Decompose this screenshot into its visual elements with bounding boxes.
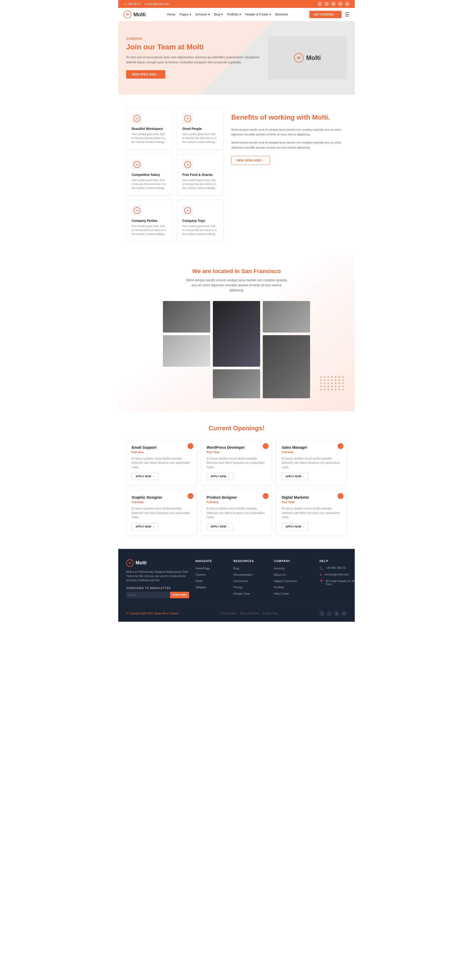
footer-bottom-link[interactable]: Terms of Service [240, 612, 259, 615]
opening-card: → Product designer Full-time Et harum qu… [201, 490, 272, 536]
footer-email-address: contact@molti.com [324, 573, 349, 576]
openings-grid: → Email Support Full-time Et harum quide… [126, 440, 347, 536]
footer-instagram-icon[interactable]: in [334, 611, 340, 616]
decoration-dot [324, 386, 325, 387]
footer-nav-link[interactable]: Careers [195, 573, 206, 576]
benefits-heading-rest: of working with Molti. [258, 113, 330, 121]
location-photo-6 [263, 335, 310, 398]
opening-title: Sales Manager [282, 445, 341, 450]
hamburger-icon[interactable]: ☰ [345, 11, 349, 18]
nav-blog[interactable]: Blog ▾ [214, 13, 222, 16]
twitter-icon[interactable]: t [324, 2, 329, 6]
opening-type: Full-time [282, 450, 341, 454]
decoration-dot [320, 382, 322, 384]
nav-pages[interactable]: Pages ▾ [179, 13, 191, 16]
decoration-dot [320, 376, 322, 378]
decoration-dot [338, 379, 340, 381]
facebook-icon[interactable]: f [317, 2, 322, 6]
apply-button[interactable]: APPLY NOW → [206, 473, 233, 480]
nav-elements[interactable]: Elements [275, 13, 288, 16]
footer-resource-link[interactable]: Community [233, 579, 248, 582]
footer-nav-link[interactable]: Affiliates [195, 586, 206, 589]
apply-button[interactable]: APPLY NOW → [132, 473, 159, 480]
logo-icon: M [124, 11, 132, 18]
footer-bottom-link[interactable]: Privacy Policy [220, 612, 236, 615]
footer-company-link[interactable]: About Us [274, 573, 286, 576]
email-icon: ✉ [319, 573, 322, 577]
benefit-card: M Great People Your content goes here. E… [177, 108, 223, 150]
view-jobs-button[interactable]: VIEW OPEN JOBS → [126, 70, 165, 79]
opening-card: → Sales Manager Full-time Et harum quide… [276, 440, 347, 486]
benefit-title: Competitive Salary [132, 173, 167, 177]
openings-title-plain: Current [209, 425, 233, 432]
decoration-dot [327, 376, 329, 378]
benefit-desc: Your content goes here. Edit or remove t… [183, 178, 218, 190]
nav-header-footer[interactable]: Header & Footer ▾ [245, 13, 271, 16]
nav-portfolio[interactable]: Portfolio ▾ [227, 13, 241, 16]
decoration-dot [331, 379, 333, 381]
benefit-card: M Beautiful Workspace Your content goes … [126, 108, 173, 150]
decoration-dot [335, 376, 336, 378]
footer-company-link[interactable]: Services [274, 567, 285, 570]
phone-icon: 📞 [319, 566, 324, 570]
location-icon: 📍 [319, 580, 324, 583]
footer-nav-link[interactable]: HomePage [195, 567, 210, 570]
decoration-dot [324, 376, 325, 378]
footer-logo: M Molti [126, 559, 189, 567]
decoration-dot [342, 386, 344, 387]
footer-bottom-links: Privacy PolicyTerms of ServiceCookie Pol… [220, 612, 278, 615]
footer-facebook-icon[interactable]: f [319, 611, 325, 616]
footer-company-links: ServicesAbout UsHappy CustomersPortfolio… [274, 566, 313, 596]
footer-company-link[interactable]: Portfolio [274, 586, 284, 589]
footer-twitter-icon[interactable]: t [326, 611, 332, 616]
benefit-desc: Your content goes here. Edit or remove t… [132, 132, 167, 144]
opening-type: Full-time [132, 450, 191, 454]
decoration-dot [331, 382, 333, 384]
footer-newsletter-input[interactable] [126, 592, 170, 598]
molti-mini-logo: M [133, 161, 140, 168]
youtube-icon[interactable]: yt [338, 2, 343, 6]
benefit-icon: M [132, 113, 142, 124]
location-description: Morbi tempus iaculis urna id volutpat la… [184, 278, 289, 293]
opening-arrow-icon: → [187, 493, 194, 499]
footer-phone-number: +49 892 358 75 [325, 566, 346, 570]
footer-resource-link[interactable]: Documentation [233, 573, 253, 576]
molti-mini-logo: M [184, 115, 191, 122]
footer-nav-link[interactable]: News [195, 579, 203, 582]
instagram-icon[interactable]: in [331, 2, 336, 6]
opening-desc: Et harum quidem rerum facilis expedita d… [206, 457, 266, 469]
footer-company-link[interactable]: Happy Customers [274, 579, 297, 582]
footer-resource-link[interactable]: Blog [233, 567, 239, 570]
decoration-dot [338, 389, 340, 390]
footer-address-text: 49 Unige Square D, New York, [325, 579, 355, 586]
footer-resources-links: BlogDocumentationCommunityPricingDesign … [233, 566, 268, 596]
pinterest-icon[interactable]: p [345, 2, 349, 6]
apply-button[interactable]: APPLY NOW → [132, 523, 159, 530]
footer-nav-title: NAVIGATE [195, 559, 227, 563]
footer-resource-link[interactable]: Design Case [233, 592, 250, 595]
location-section: We are located in San Fransisco Morbi te… [118, 255, 355, 411]
opening-arrow-icon: → [338, 443, 343, 449]
footer-company-link[interactable]: Help Center [274, 592, 289, 595]
footer-resource-link[interactable]: Pricing [233, 586, 242, 589]
decoration-dot [324, 389, 325, 390]
footer-newsletter-button[interactable]: SUBSCRIBE [170, 592, 189, 598]
benefits-view-jobs-button[interactable]: VIEW OPEN JOBS → [231, 156, 270, 165]
opening-title: Digital Marketer [282, 495, 341, 500]
footer-phone: 📞 +49 892 358 75 [319, 566, 355, 570]
opening-arrow-icon: → [187, 443, 194, 449]
footer-bottom-link[interactable]: Cookie Policy [262, 612, 278, 615]
nav-services[interactable]: Services ▾ [195, 13, 210, 16]
decoration-dot [342, 389, 344, 390]
get-started-button[interactable]: GET STARTED → [309, 11, 341, 18]
decoration-dot [331, 389, 333, 390]
apply-button[interactable]: APPLY NOW → [282, 473, 308, 480]
opening-desc: Et harum quidem rerum facilis expedita d… [132, 506, 191, 519]
footer-youtube-icon[interactable]: yt [341, 611, 347, 616]
opening-type: Part Time [206, 450, 266, 454]
decoration-dot [327, 379, 329, 381]
benefit-card: M Company Trips Your content goes here. … [177, 200, 223, 242]
apply-button[interactable]: APPLY NOW → [206, 523, 233, 530]
apply-button[interactable]: APPLY NOW → [282, 523, 308, 530]
nav-home[interactable]: Home [167, 13, 175, 16]
